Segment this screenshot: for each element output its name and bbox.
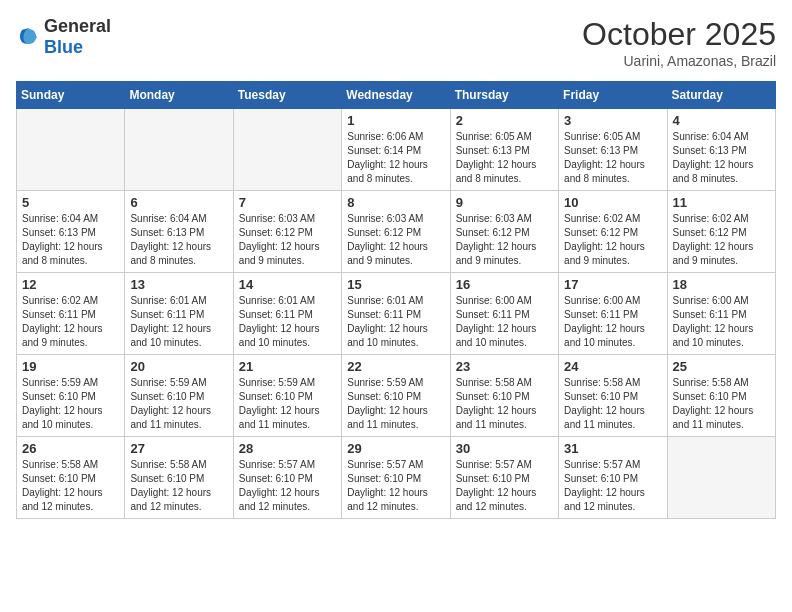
day-number: 30 <box>456 441 553 456</box>
day-info: Sunrise: 5:59 AM Sunset: 6:10 PM Dayligh… <box>130 376 227 432</box>
day-info: Sunrise: 6:04 AM Sunset: 6:13 PM Dayligh… <box>22 212 119 268</box>
day-number: 1 <box>347 113 444 128</box>
logo: General Blue <box>16 16 111 58</box>
day-info: Sunrise: 6:03 AM Sunset: 6:12 PM Dayligh… <box>347 212 444 268</box>
day-number: 15 <box>347 277 444 292</box>
day-info: Sunrise: 5:58 AM Sunset: 6:10 PM Dayligh… <box>564 376 661 432</box>
day-number: 28 <box>239 441 336 456</box>
calendar-day-cell: 5Sunrise: 6:04 AM Sunset: 6:13 PM Daylig… <box>17 191 125 273</box>
day-info: Sunrise: 6:05 AM Sunset: 6:13 PM Dayligh… <box>456 130 553 186</box>
day-info: Sunrise: 6:04 AM Sunset: 6:13 PM Dayligh… <box>673 130 770 186</box>
calendar-week-row: 19Sunrise: 5:59 AM Sunset: 6:10 PM Dayli… <box>17 355 776 437</box>
calendar-header-row: SundayMondayTuesdayWednesdayThursdayFrid… <box>17 82 776 109</box>
day-number: 5 <box>22 195 119 210</box>
day-info: Sunrise: 6:05 AM Sunset: 6:13 PM Dayligh… <box>564 130 661 186</box>
day-info: Sunrise: 6:00 AM Sunset: 6:11 PM Dayligh… <box>673 294 770 350</box>
logo-blue: Blue <box>44 37 83 57</box>
calendar-day-cell: 19Sunrise: 5:59 AM Sunset: 6:10 PM Dayli… <box>17 355 125 437</box>
calendar-day-cell: 21Sunrise: 5:59 AM Sunset: 6:10 PM Dayli… <box>233 355 341 437</box>
calendar-day-cell: 6Sunrise: 6:04 AM Sunset: 6:13 PM Daylig… <box>125 191 233 273</box>
day-number: 24 <box>564 359 661 374</box>
day-number: 27 <box>130 441 227 456</box>
calendar-day-cell: 3Sunrise: 6:05 AM Sunset: 6:13 PM Daylig… <box>559 109 667 191</box>
calendar-day-cell: 23Sunrise: 5:58 AM Sunset: 6:10 PM Dayli… <box>450 355 558 437</box>
day-info: Sunrise: 5:57 AM Sunset: 6:10 PM Dayligh… <box>347 458 444 514</box>
day-number: 10 <box>564 195 661 210</box>
calendar-day-cell: 4Sunrise: 6:04 AM Sunset: 6:13 PM Daylig… <box>667 109 775 191</box>
calendar-day-cell: 22Sunrise: 5:59 AM Sunset: 6:10 PM Dayli… <box>342 355 450 437</box>
calendar-day-cell <box>667 437 775 519</box>
day-number: 7 <box>239 195 336 210</box>
calendar-day-cell: 12Sunrise: 6:02 AM Sunset: 6:11 PM Dayli… <box>17 273 125 355</box>
day-number: 2 <box>456 113 553 128</box>
day-number: 9 <box>456 195 553 210</box>
calendar-day-cell: 1Sunrise: 6:06 AM Sunset: 6:14 PM Daylig… <box>342 109 450 191</box>
calendar-day-cell: 26Sunrise: 5:58 AM Sunset: 6:10 PM Dayli… <box>17 437 125 519</box>
calendar-week-row: 12Sunrise: 6:02 AM Sunset: 6:11 PM Dayli… <box>17 273 776 355</box>
calendar-day-cell <box>125 109 233 191</box>
weekday-header: Sunday <box>17 82 125 109</box>
calendar-day-cell <box>233 109 341 191</box>
day-info: Sunrise: 6:03 AM Sunset: 6:12 PM Dayligh… <box>239 212 336 268</box>
day-number: 6 <box>130 195 227 210</box>
day-info: Sunrise: 6:00 AM Sunset: 6:11 PM Dayligh… <box>456 294 553 350</box>
day-number: 23 <box>456 359 553 374</box>
calendar-day-cell: 17Sunrise: 6:00 AM Sunset: 6:11 PM Dayli… <box>559 273 667 355</box>
calendar-day-cell: 2Sunrise: 6:05 AM Sunset: 6:13 PM Daylig… <box>450 109 558 191</box>
day-info: Sunrise: 5:58 AM Sunset: 6:10 PM Dayligh… <box>22 458 119 514</box>
day-info: Sunrise: 6:01 AM Sunset: 6:11 PM Dayligh… <box>130 294 227 350</box>
weekday-header: Thursday <box>450 82 558 109</box>
day-number: 11 <box>673 195 770 210</box>
day-number: 13 <box>130 277 227 292</box>
location: Uarini, Amazonas, Brazil <box>582 53 776 69</box>
day-info: Sunrise: 6:02 AM Sunset: 6:12 PM Dayligh… <box>673 212 770 268</box>
calendar-day-cell: 7Sunrise: 6:03 AM Sunset: 6:12 PM Daylig… <box>233 191 341 273</box>
logo-icon <box>16 25 40 49</box>
day-info: Sunrise: 6:01 AM Sunset: 6:11 PM Dayligh… <box>347 294 444 350</box>
day-number: 20 <box>130 359 227 374</box>
calendar-week-row: 26Sunrise: 5:58 AM Sunset: 6:10 PM Dayli… <box>17 437 776 519</box>
weekday-header: Wednesday <box>342 82 450 109</box>
day-info: Sunrise: 6:00 AM Sunset: 6:11 PM Dayligh… <box>564 294 661 350</box>
day-info: Sunrise: 5:59 AM Sunset: 6:10 PM Dayligh… <box>347 376 444 432</box>
calendar-day-cell: 24Sunrise: 5:58 AM Sunset: 6:10 PM Dayli… <box>559 355 667 437</box>
day-number: 19 <box>22 359 119 374</box>
calendar-day-cell: 13Sunrise: 6:01 AM Sunset: 6:11 PM Dayli… <box>125 273 233 355</box>
day-info: Sunrise: 6:01 AM Sunset: 6:11 PM Dayligh… <box>239 294 336 350</box>
calendar-week-row: 1Sunrise: 6:06 AM Sunset: 6:14 PM Daylig… <box>17 109 776 191</box>
calendar-day-cell: 27Sunrise: 5:58 AM Sunset: 6:10 PM Dayli… <box>125 437 233 519</box>
calendar-day-cell: 18Sunrise: 6:00 AM Sunset: 6:11 PM Dayli… <box>667 273 775 355</box>
weekday-header: Tuesday <box>233 82 341 109</box>
day-number: 17 <box>564 277 661 292</box>
calendar-day-cell: 8Sunrise: 6:03 AM Sunset: 6:12 PM Daylig… <box>342 191 450 273</box>
day-info: Sunrise: 6:03 AM Sunset: 6:12 PM Dayligh… <box>456 212 553 268</box>
day-info: Sunrise: 6:06 AM Sunset: 6:14 PM Dayligh… <box>347 130 444 186</box>
day-number: 31 <box>564 441 661 456</box>
day-number: 22 <box>347 359 444 374</box>
day-number: 14 <box>239 277 336 292</box>
logo-general: General <box>44 16 111 36</box>
logo-text: General Blue <box>44 16 111 58</box>
calendar-day-cell: 31Sunrise: 5:57 AM Sunset: 6:10 PM Dayli… <box>559 437 667 519</box>
day-number: 18 <box>673 277 770 292</box>
day-info: Sunrise: 5:58 AM Sunset: 6:10 PM Dayligh… <box>673 376 770 432</box>
day-number: 25 <box>673 359 770 374</box>
calendar-day-cell <box>17 109 125 191</box>
title-block: October 2025 Uarini, Amazonas, Brazil <box>582 16 776 69</box>
calendar-day-cell: 11Sunrise: 6:02 AM Sunset: 6:12 PM Dayli… <box>667 191 775 273</box>
weekday-header: Monday <box>125 82 233 109</box>
weekday-header: Saturday <box>667 82 775 109</box>
calendar-day-cell: 9Sunrise: 6:03 AM Sunset: 6:12 PM Daylig… <box>450 191 558 273</box>
page-header: General Blue October 2025 Uarini, Amazon… <box>16 16 776 69</box>
calendar-day-cell: 29Sunrise: 5:57 AM Sunset: 6:10 PM Dayli… <box>342 437 450 519</box>
day-info: Sunrise: 6:02 AM Sunset: 6:11 PM Dayligh… <box>22 294 119 350</box>
day-info: Sunrise: 6:02 AM Sunset: 6:12 PM Dayligh… <box>564 212 661 268</box>
day-number: 8 <box>347 195 444 210</box>
calendar-day-cell: 25Sunrise: 5:58 AM Sunset: 6:10 PM Dayli… <box>667 355 775 437</box>
day-number: 21 <box>239 359 336 374</box>
calendar-day-cell: 15Sunrise: 6:01 AM Sunset: 6:11 PM Dayli… <box>342 273 450 355</box>
calendar-day-cell: 30Sunrise: 5:57 AM Sunset: 6:10 PM Dayli… <box>450 437 558 519</box>
day-number: 3 <box>564 113 661 128</box>
weekday-header: Friday <box>559 82 667 109</box>
day-number: 16 <box>456 277 553 292</box>
